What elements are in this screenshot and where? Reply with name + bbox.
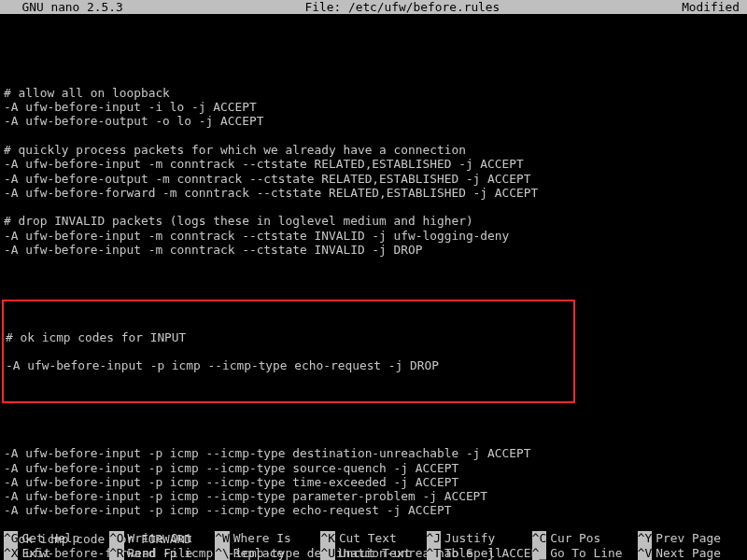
- shortcut-label: Uncut Text: [339, 546, 411, 560]
- file-path: File: /etc/ufw/before.rules: [123, 0, 682, 14]
- editor-line: [4, 43, 743, 57]
- editor-line: -A ufw-before-forward -m conntrack --cts…: [4, 186, 743, 200]
- shortcut-row-2: ^XExit^RRead File^\Replace^UUncut Text^T…: [4, 546, 743, 560]
- editor-line: -A ufw-before-input -p icmp --icmp-type …: [4, 475, 743, 489]
- shortcut-where-is[interactable]: ^WWhere Is: [215, 531, 320, 545]
- shortcut-get-help[interactable]: ^GGet Help: [4, 531, 109, 545]
- shortcut-label: Write Out: [128, 531, 193, 545]
- highlighted-block: # ok icmp codes for INPUT -A ufw-before-…: [2, 300, 575, 403]
- shortcut-write-out[interactable]: ^OWrite Out: [109, 531, 215, 545]
- shortcut-key: ^C: [532, 531, 546, 545]
- shortcut-label: Justify: [444, 531, 495, 545]
- editor-line: -A ufw-before-output -m conntrack --ctst…: [4, 172, 743, 186]
- shortcut-bar: ^GGet Help^OWrite Out^WWhere Is^KCut Tex…: [0, 531, 747, 560]
- editor-line: -A ufw-before-output -o lo -j ACCEPT: [4, 114, 743, 128]
- editor-line: -A ufw-before-input -p icmp --icmp-type …: [4, 503, 743, 517]
- editor-line: -A ufw-before-input -m conntrack --ctsta…: [4, 243, 743, 257]
- editor-line: [4, 200, 743, 214]
- highlight-line: [6, 344, 573, 358]
- titlebar: GNU nano 2.5.3 File: /etc/ufw/before.rul…: [0, 0, 747, 14]
- shortcut-uncut-text[interactable]: ^UUncut Text: [320, 546, 426, 560]
- editor-line: -A ufw-before-input -p icmp --icmp-type …: [4, 446, 743, 460]
- editor-line: -A ufw-before-input -i lo -j ACCEPT: [4, 100, 743, 114]
- shortcut-key: ^J: [427, 531, 441, 545]
- editor-line: -A ufw-before-input -p icmp --icmp-type …: [4, 461, 743, 475]
- shortcut-label: To Spell: [444, 546, 502, 560]
- shortcut-prev-page[interactable]: ^YPrev Page: [638, 531, 743, 545]
- editor-line: -A ufw-before-input -m conntrack --ctsta…: [4, 229, 743, 243]
- shortcut-key: ^U: [320, 546, 334, 560]
- shortcut-key: ^W: [215, 531, 229, 545]
- editor-line: # allow all on loopback: [4, 86, 743, 100]
- shortcut-label: Cur Pos: [550, 531, 600, 545]
- shortcut-label: Replace: [233, 546, 284, 560]
- shortcut-key: ^_: [532, 546, 546, 560]
- editor-line: -A ufw-before-input -m conntrack --ctsta…: [4, 157, 743, 171]
- shortcut-label: Cut Text: [339, 531, 397, 545]
- shortcut-next-page[interactable]: ^VNext Page: [638, 546, 743, 560]
- shortcut-exit[interactable]: ^XExit: [4, 546, 109, 560]
- shortcut-key: ^T: [427, 546, 441, 560]
- shortcut-key: ^X: [4, 546, 18, 560]
- shortcut-cut-text[interactable]: ^KCut Text: [320, 531, 426, 545]
- shortcut-label: Where Is: [233, 531, 291, 545]
- shortcut-key: ^K: [320, 531, 334, 545]
- editor-line: [4, 71, 743, 85]
- shortcut-replace[interactable]: ^\Replace: [215, 546, 320, 560]
- highlight-line: # ok icmp codes for INPUT: [6, 330, 573, 344]
- shortcut-go-to-line[interactable]: ^_Go To Line: [532, 546, 638, 560]
- shortcut-label: Exit: [21, 546, 50, 560]
- shortcut-read-file[interactable]: ^RRead File: [109, 546, 215, 560]
- shortcut-label: Prev Page: [655, 531, 721, 545]
- app-name: GNU nano 2.5.3: [7, 0, 123, 14]
- shortcut-label: Next Page: [655, 546, 721, 560]
- shortcut-cur-pos[interactable]: ^CCur Pos: [532, 531, 638, 545]
- editor-line: # drop INVALID packets (logs these in lo…: [4, 214, 743, 228]
- editor-line: [4, 57, 743, 71]
- editor-line: -A ufw-before-input -p icmp --icmp-type …: [4, 489, 743, 503]
- editor-line: [4, 257, 743, 271]
- shortcut-row-1: ^GGet Help^OWrite Out^WWhere Is^KCut Tex…: [4, 531, 743, 545]
- shortcut-key: ^V: [638, 546, 652, 560]
- shortcut-to-spell[interactable]: ^TTo Spell: [427, 546, 532, 560]
- editor-area[interactable]: # allow all on loopback-A ufw-before-inp…: [0, 14, 747, 560]
- shortcut-justify[interactable]: ^JJustify: [427, 531, 532, 545]
- shortcut-key: ^G: [4, 531, 18, 545]
- shortcut-label: Go To Line: [550, 546, 622, 560]
- editor-line: [4, 518, 743, 532]
- editor-line: # quickly process packets for which we a…: [4, 143, 743, 157]
- highlight-line: -A ufw-before-input -p icmp --icmp-type …: [6, 358, 573, 372]
- shortcut-key: ^\: [215, 546, 229, 560]
- shortcut-label: Get Help: [21, 531, 79, 545]
- modified-status: Modified: [682, 0, 740, 14]
- shortcut-key: ^O: [109, 531, 123, 545]
- shortcut-key: ^R: [109, 546, 123, 560]
- editor-line: [4, 432, 743, 446]
- shortcut-key: ^Y: [638, 531, 652, 545]
- editor-line: [4, 129, 743, 143]
- shortcut-label: Read File: [128, 546, 193, 560]
